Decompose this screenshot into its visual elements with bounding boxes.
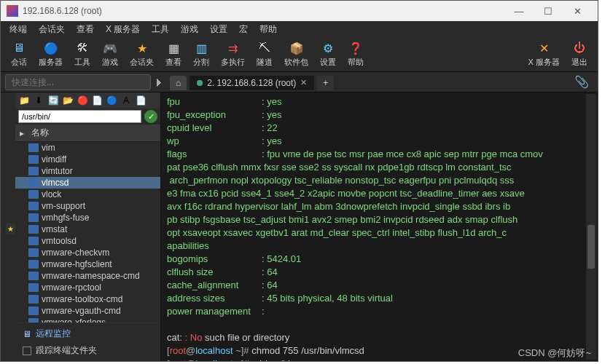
file-row[interactable]: vlock [15, 189, 160, 200]
file-icon [28, 272, 39, 280]
sftp-tool-4[interactable]: 🔴 [77, 95, 88, 106]
file-row[interactable]: vmware-xferlogs [15, 317, 160, 323]
sftp-tool-1[interactable]: ⬇ [33, 95, 44, 106]
file-row[interactable]: vmware-namespace-cmd [15, 270, 160, 282]
file-row[interactable]: vmhgfs-fuse [15, 212, 160, 223]
search-icon[interactable]: ⏵ [154, 76, 165, 89]
home-icon: ⌂ [176, 78, 181, 88]
new-tab-button[interactable]: + [317, 76, 334, 90]
file-row[interactable]: vmware-checkvm [15, 247, 160, 258]
remote-monitor-label: 远程监控 [36, 328, 71, 340]
menu-item[interactable]: 宏 [235, 22, 252, 37]
file-icon [28, 248, 39, 257]
file-icon [28, 295, 39, 304]
file-icon [28, 178, 39, 187]
file-icon [28, 213, 39, 222]
会话-button[interactable]: 🖥会话 [5, 39, 33, 69]
会话夹-icon: ★ [135, 41, 149, 55]
分割-button[interactable]: ▥分割 [187, 39, 215, 69]
帮助-icon: ❓ [348, 41, 363, 55]
sftp-tool-8[interactable]: 📄 [135, 95, 147, 106]
scrollbar[interactable] [586, 94, 596, 360]
exit-label: 退出 [571, 57, 587, 68]
file-row[interactable]: vim [15, 142, 160, 154]
menu-item[interactable]: 游戏 [176, 22, 203, 37]
file-icon [28, 202, 39, 210]
xserver-button[interactable]: ✕ X 服务器 [523, 39, 566, 69]
star-tab[interactable]: ★ [6, 223, 15, 234]
close-button[interactable]: ✕ [563, 1, 592, 20]
menu-item[interactable]: 设置 [206, 22, 232, 37]
游戏-button[interactable]: 🎮游戏 [96, 39, 124, 69]
file-header[interactable]: ▸ 名称 [15, 124, 160, 142]
多执行-icon: ⇉ [226, 41, 241, 55]
file-row[interactable]: vmware-toolbox-cmd [15, 293, 160, 305]
设置-button[interactable]: ⚙设置 [314, 39, 342, 69]
follow-terminal-checkbox[interactable]: 跟踪终端文件夹 [23, 344, 153, 357]
file-row[interactable]: vmware-vgauth-cmd [15, 305, 160, 317]
side-tab-0[interactable]: 会话夹 [1, 226, 1, 232]
file-row[interactable]: vimtutor [15, 165, 160, 177]
服务器-icon: 🔵 [44, 41, 58, 55]
多执行-button[interactable]: ⇉多执行 [215, 39, 251, 69]
checkbox-icon [23, 347, 31, 355]
scroll-thumb[interactable] [587, 225, 595, 269]
软件包-icon: 📦 [289, 41, 304, 55]
会话夹-button[interactable]: ★会话夹 [124, 39, 160, 69]
menu-item[interactable]: 查看 [72, 22, 98, 37]
menu-item[interactable]: 工具 [147, 22, 173, 37]
menu-item[interactable]: X 服务器 [101, 22, 144, 37]
tab-close-icon[interactable]: ✕ [300, 78, 307, 87]
sftp-tool-0[interactable]: 📁 [18, 95, 30, 106]
查看-button[interactable]: ▦查看 [160, 39, 187, 69]
帮助-button[interactable]: ❓帮助 [342, 39, 370, 69]
terminal[interactable]: fpu : yesfpu_exception : yescpuid level … [161, 92, 598, 361]
window-title: 192.168.6.128 (root) [23, 6, 504, 16]
file-row[interactable]: vmware-hgfsclient [15, 258, 160, 270]
exit-button[interactable]: ⏻ 退出 [566, 39, 593, 69]
隧道-button[interactable]: ⛏隧道 [251, 39, 278, 69]
menu-item[interactable]: 终端 [5, 22, 31, 37]
file-row[interactable]: vm-support [15, 200, 160, 212]
sftp-tool-3[interactable]: 📂 [62, 95, 74, 106]
sftp-tool-7[interactable]: A [120, 95, 132, 106]
monitor-icon: 🖥 [23, 329, 31, 339]
查看-icon: ▦ [166, 41, 181, 55]
tab-label: 2. 192.168.6.128 (root) [207, 78, 296, 88]
path-ok-icon[interactable]: ✓ [144, 110, 157, 123]
file-list: ▸ 名称 vimvimdiffvimtutorvlmcsdvlockvm-sup… [15, 124, 160, 323]
maximize-button[interactable]: ☐ [534, 1, 563, 20]
vertical-tabs: ★ 会话夹工具Sftp [1, 92, 15, 361]
file-row[interactable]: vimdiff [15, 154, 160, 165]
menu-item[interactable]: 会话夹 [34, 22, 69, 37]
file-icon [28, 306, 39, 315]
file-icon [28, 283, 39, 292]
file-row[interactable]: vmstat [15, 223, 160, 235]
sftp-tool-5[interactable]: 📄 [91, 95, 103, 106]
session-tab[interactable]: 2. 192.168.6.128 (root) ✕ [190, 76, 314, 90]
file-row[interactable]: vlmcsd [15, 177, 160, 189]
sftp-tool-2[interactable]: 🔄 [47, 95, 59, 106]
xserver-label: X 服务器 [528, 57, 560, 68]
path-input[interactable] [18, 110, 141, 123]
home-tab[interactable]: ⌂ [170, 76, 187, 90]
remote-monitor-link[interactable]: 🖥 远程监控 [23, 328, 153, 340]
menu-item[interactable]: 帮助 [255, 22, 281, 37]
file-icon [28, 225, 39, 234]
设置-icon: ⚙ [321, 41, 335, 55]
file-icon [28, 143, 39, 152]
file-icon [28, 167, 39, 175]
file-row[interactable]: vmware-rpctool [15, 282, 160, 293]
minimize-button[interactable]: — [504, 1, 534, 20]
工具-icon: 🛠 [75, 41, 90, 55]
sftp-tool-6[interactable]: 🔵 [106, 95, 117, 106]
分割-icon: ▥ [194, 41, 208, 55]
工具-button[interactable]: 🛠工具 [69, 39, 96, 69]
attach-icon[interactable]: 📎 [574, 75, 589, 89]
软件包-button[interactable]: 📦软件包 [278, 39, 314, 69]
status-dot-icon [197, 80, 203, 86]
window-titlebar: 192.168.6.128 (root) — ☐ ✕ [1, 1, 598, 21]
file-row[interactable]: vmtoolsd [15, 235, 160, 247]
服务器-button[interactable]: 🔵服务器 [33, 39, 69, 69]
quick-connect-input[interactable] [5, 74, 151, 90]
